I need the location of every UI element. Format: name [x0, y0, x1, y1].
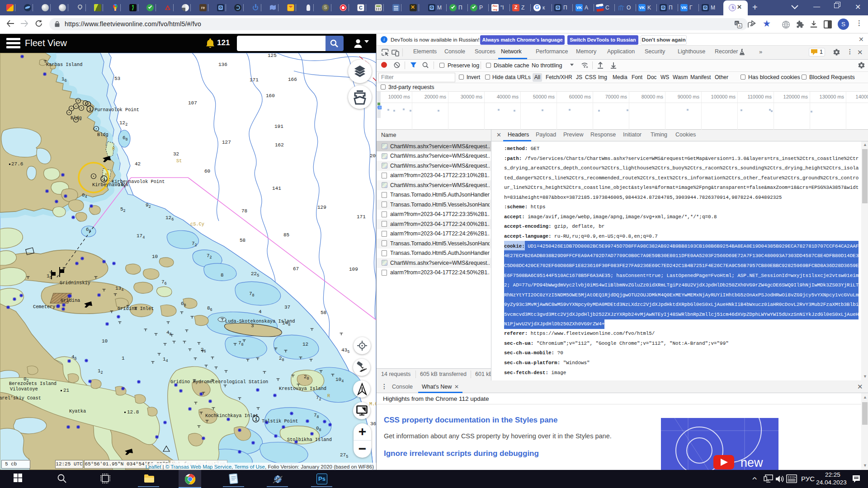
svg-text:Berezovets Island: Berezovets Island	[9, 381, 57, 386]
svg-text:6: 6	[75, 357, 77, 361]
svg-text:8: 8	[89, 229, 91, 234]
svg-text:i: i	[103, 177, 106, 182]
svg-text:42: 42	[135, 161, 141, 167]
svg-text:R: R	[327, 393, 330, 399]
svg-text:Kochkinchkaya Inlet: Kochkinchkaya Inlet	[205, 413, 258, 418]
svg-text:2: 2	[319, 397, 321, 402]
svg-text:10: 10	[102, 338, 108, 344]
svg-text:10: 10	[335, 377, 341, 382]
svg-text:4: 4	[123, 184, 126, 189]
svg-text:12: 12	[165, 215, 171, 221]
svg-text:32: 32	[173, 151, 179, 157]
svg-text:new: new	[741, 456, 763, 469]
svg-text:160: 160	[266, 93, 275, 99]
svg-text:8: 8	[288, 323, 290, 327]
svg-text:22: 22	[251, 271, 257, 277]
svg-text:27.6: 27.6	[11, 161, 23, 167]
svg-text:107: 107	[188, 100, 197, 106]
svg-text:R: R	[112, 146, 115, 151]
svg-text:5: 5	[50, 276, 52, 280]
svg-text:21: 21	[63, 388, 70, 393]
svg-text:60: 60	[204, 169, 210, 174]
svg-text:Karel'skiy Coast: Karel'skiy Coast	[0, 395, 41, 401]
svg-text:4: 4	[121, 288, 123, 292]
svg-text:Purnavolok Point: Purnavolok Point	[94, 107, 139, 113]
svg-text:2: 2	[210, 255, 212, 260]
svg-text:8: 8	[319, 428, 321, 432]
svg-text:129: 129	[317, 205, 326, 210]
svg-text:8: 8	[221, 272, 224, 278]
svg-text:127: 127	[222, 140, 231, 145]
svg-text:8: 8	[241, 343, 244, 347]
svg-text:13: 13	[115, 286, 121, 291]
svg-text:2: 2	[101, 371, 103, 375]
svg-text:8: 8	[170, 332, 172, 337]
svg-text:5: 5	[346, 455, 348, 459]
svg-text:37: 37	[284, 305, 290, 310]
svg-text:8: 8	[317, 415, 319, 419]
svg-text:St: St	[176, 158, 182, 164]
svg-text:136: 136	[218, 62, 227, 67]
svg-text:12.8: 12.8	[127, 409, 139, 415]
svg-text:171: 171	[250, 77, 259, 83]
svg-text:8: 8	[307, 376, 309, 381]
svg-text:Stolbikha Island: Stolbikha Island	[287, 437, 332, 442]
svg-text:8: 8	[282, 358, 284, 362]
svg-text:58: 58	[321, 310, 326, 315]
svg-text:109: 109	[349, 267, 358, 272]
svg-text:67: 67	[293, 266, 299, 272]
svg-text:Gridino Hydrometeorological St: Gridino Hydrometeorological Station	[170, 379, 268, 385]
svg-text:4: 4	[142, 235, 145, 240]
svg-text:Krestovaya Island: Krestovaya Island	[279, 386, 326, 391]
svg-text:cS.Cy: cS.Cy	[190, 221, 204, 227]
svg-text:14: 14	[118, 182, 124, 188]
svg-text:Gridina: Gridina	[61, 298, 80, 303]
svg-text:78: 78	[241, 208, 247, 214]
svg-text:14: 14	[282, 320, 288, 326]
svg-text:M.G: M.G	[369, 401, 376, 407]
svg-text:4: 4	[259, 309, 262, 314]
svg-text:17: 17	[137, 233, 142, 239]
svg-text:Cemetery: Cemetery	[33, 304, 55, 310]
svg-text:2: 2	[125, 122, 127, 127]
svg-text:27: 27	[340, 452, 346, 458]
svg-text:Bldg: Bldg	[97, 132, 108, 137]
svg-text:5: 5	[347, 350, 349, 354]
svg-text:191: 191	[274, 124, 283, 129]
svg-text:43: 43	[341, 347, 347, 353]
svg-text:2: 2	[123, 209, 126, 213]
svg-text:2: 2	[195, 243, 197, 248]
svg-text:8: 8	[184, 303, 186, 308]
svg-text:6: 6	[165, 282, 167, 286]
svg-text:2: 2	[27, 379, 29, 383]
svg-text:12: 12	[119, 120, 125, 126]
svg-text:Kyatka: Kyatka	[69, 408, 86, 414]
svg-text:Tolstik Point: Tolstik Point	[262, 418, 298, 424]
svg-text:Vilovatoye: Vilovatoye	[10, 386, 38, 392]
svg-text:8: 8	[252, 293, 255, 298]
svg-text:53: 53	[114, 76, 120, 81]
svg-text:125: 125	[268, 53, 277, 58]
svg-text:6: 6	[210, 308, 212, 312]
svg-text:36: 36	[370, 421, 376, 427]
svg-text:Bldg: Bldg	[71, 115, 82, 121]
svg-text:Gridina Inlet: Gridina Inlet	[118, 306, 154, 311]
svg-text:Gridninskiy: Gridninskiy	[60, 280, 90, 286]
svg-text:2: 2	[149, 205, 151, 209]
svg-text:i: i	[89, 107, 92, 112]
svg-text:171: 171	[357, 214, 366, 220]
svg-text:166: 166	[288, 77, 297, 82]
svg-text:4: 4	[166, 359, 168, 363]
svg-text:200: 200	[370, 153, 376, 159]
svg-text:6: 6	[171, 217, 174, 222]
svg-text:4: 4	[341, 379, 344, 384]
svg-text:6: 6	[204, 349, 206, 354]
svg-text:R: R	[105, 172, 108, 178]
svg-text:85: 85	[283, 232, 289, 238]
svg-text:Karbas Island: Karbas Island	[46, 62, 82, 67]
svg-text:8: 8	[126, 137, 128, 142]
svg-text:5: 5	[257, 273, 259, 278]
svg-text:6: 6	[65, 79, 67, 83]
svg-text:3: 3	[251, 323, 254, 328]
svg-text:10: 10	[152, 254, 158, 259]
